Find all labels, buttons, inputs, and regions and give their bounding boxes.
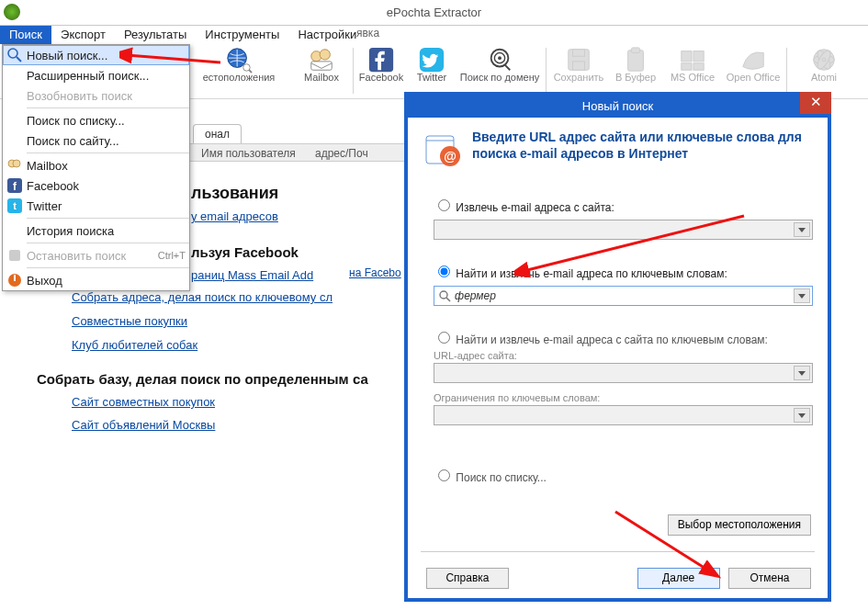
link-email-addresses[interactable]: у email адресов	[191, 209, 278, 223]
exit-icon	[6, 272, 23, 288]
menu-resume-search[interactable]: Возобновить поиск	[3, 85, 189, 106]
svg-point-40	[440, 291, 447, 299]
search-icon	[6, 47, 23, 63]
menu-search[interactable]: Поиск	[0, 26, 51, 44]
svg-point-4	[320, 50, 330, 60]
menu-exit[interactable]: Выход	[3, 270, 189, 290]
chevron-down-icon	[794, 222, 810, 237]
menu-search-list[interactable]: Поиск по списку...	[3, 110, 189, 130]
svg-rect-14	[572, 62, 584, 70]
facebook-small-icon: f	[6, 177, 23, 194]
facebook-icon	[367, 46, 395, 72]
save-icon	[565, 46, 592, 72]
col-hdr-address: адрес/Поч	[315, 147, 368, 160]
new-search-dialog: Новый поиск ✕ @ Введите URL адрес сайта …	[404, 92, 831, 602]
menu-history[interactable]: История поиска	[3, 220, 189, 241]
close-button[interactable]: ✕	[800, 92, 831, 114]
ribbon-msoffice-button[interactable]: MS Office	[665, 46, 720, 97]
menu-tools[interactable]: Инструменты	[196, 26, 288, 44]
ribbon-save-button[interactable]: Сохранить	[551, 46, 606, 97]
svg-line-27	[17, 57, 21, 62]
ribbon-facebook-button[interactable]: Facebook	[358, 46, 404, 97]
ribbon-buffer-button[interactable]: В Буфер	[608, 46, 663, 97]
link-joint-shopping-site[interactable]: Сайт совместных покупок	[72, 395, 215, 409]
ribbon-mailbox-button[interactable]: Mailbox	[294, 46, 349, 97]
stop-icon	[6, 247, 23, 264]
ribbon-twitter-button[interactable]: Twitter	[409, 46, 455, 97]
mailbox-icon	[308, 46, 335, 72]
radio-keywords-input[interactable]	[438, 265, 450, 277]
atomic-icon	[810, 46, 838, 72]
next-button[interactable]: Далее	[637, 568, 720, 589]
chevron-down-icon	[794, 408, 810, 423]
menu-results[interactable]: Результаты	[115, 26, 196, 44]
svg-rect-18	[693, 51, 704, 62]
svg-point-10	[498, 56, 502, 60]
svg-point-29	[13, 160, 20, 167]
radio-list-search-input[interactable]	[438, 469, 450, 481]
svg-text:@: @	[444, 149, 457, 164]
svg-point-25	[822, 58, 826, 62]
msoffice-icon	[679, 46, 706, 72]
menu-export[interactable]: Экспорт	[51, 26, 115, 44]
menu-twitter[interactable]: t Twitter	[3, 196, 189, 216]
sublabel-url: URL-адрес сайта:	[434, 350, 813, 361]
svg-line-41	[446, 298, 450, 301]
svg-rect-20	[693, 63, 704, 71]
location-button[interactable]: Выбор местоположения	[668, 514, 811, 536]
mailbox-small-icon	[6, 157, 23, 174]
svg-rect-17	[682, 51, 692, 62]
radio-keywords[interactable]: Найти и извлечь e-mail адреса по ключевы…	[434, 267, 727, 280]
svg-rect-36	[14, 275, 16, 281]
globe-icon	[225, 46, 253, 72]
radio-list-search[interactable]: Поиск по списку...	[434, 471, 547, 484]
opt3-url-combo[interactable]	[434, 363, 813, 383]
link-dog-club[interactable]: Клуб любителей собак	[72, 338, 197, 352]
link-classifieds-moscow[interactable]: Сайт объявлений Москвы	[72, 418, 215, 432]
menu-search-site[interactable]: Поиск по сайту...	[3, 130, 189, 151]
twitter-icon	[418, 46, 445, 72]
tab-fragment[interactable]: онал	[193, 124, 242, 143]
site-url-combo[interactable]	[434, 220, 813, 240]
opt3-limit-combo[interactable]	[434, 405, 813, 425]
ribbon-domain-search-button[interactable]: Поиск по домену	[457, 46, 542, 97]
radio-extract-from-site-input[interactable]	[438, 199, 450, 211]
menubar: Поиск Экспорт Результаты Инструменты Нас…	[0, 26, 366, 44]
help-button[interactable]: Справка	[426, 568, 509, 589]
link-search-by-keyword[interactable]: Собрать адреса, делая поиск по ключевому…	[72, 290, 333, 304]
chevron-down-icon	[794, 366, 810, 380]
main-titlebar: ePochta Extractor	[0, 0, 868, 26]
menubar-fragment: явка	[351, 27, 385, 43]
ribbon-location-button[interactable]: естоположения	[193, 46, 285, 97]
search-icon	[438, 289, 451, 302]
menu-mailbox[interactable]: Mailbox	[3, 155, 189, 175]
domain-search-icon	[486, 46, 513, 72]
page-h2-facebook: льзуя Facebook	[191, 244, 299, 260]
link-na-facebook[interactable]: на Facebo	[349, 266, 401, 279]
clipboard-icon	[622, 46, 649, 72]
menu-facebook[interactable]: f Facebook	[3, 175, 189, 196]
svg-rect-34	[9, 250, 20, 261]
link-joint-purchases[interactable]: Совместные покупки	[72, 314, 187, 328]
link-mass-email-add[interactable]: раниц Mass Email Add	[191, 268, 313, 282]
app-title: ePochta Extractor	[387, 6, 481, 19]
close-icon: ✕	[810, 94, 822, 109]
menu-advanced-search[interactable]: Расширенный поиск...	[3, 65, 189, 85]
radio-site-keywords-input[interactable]	[438, 332, 450, 344]
chevron-down-icon[interactable]	[794, 288, 810, 303]
dialog-title: Новый поиск	[582, 99, 653, 113]
svg-rect-13	[572, 50, 584, 57]
menu-stop-search[interactable]: Остановить поиск Ctrl+T	[3, 245, 189, 265]
wizard-icon: @	[423, 129, 463, 169]
app-sys-icon	[4, 4, 20, 20]
radio-extract-from-site[interactable]: Извлечь e-mail адреса с сайта:	[434, 201, 614, 214]
cancel-button[interactable]: Отмена	[728, 568, 811, 589]
ribbon-atomic-button[interactable]: Atomi	[792, 46, 856, 97]
ribbon-openoffice-button[interactable]: Open Office	[726, 46, 781, 97]
dialog-titlebar[interactable]: Новый поиск ✕	[408, 96, 828, 118]
menu-new-search[interactable]: Новый поиск...	[3, 45, 189, 65]
keywords-combo[interactable]: фермер	[434, 286, 813, 306]
sublabel-limit: Ограничения по ключевым словам:	[434, 392, 813, 403]
openoffice-icon	[739, 46, 767, 72]
radio-site-keywords[interactable]: Найти и извлечь e-mail адреса с сайта по…	[434, 333, 768, 346]
